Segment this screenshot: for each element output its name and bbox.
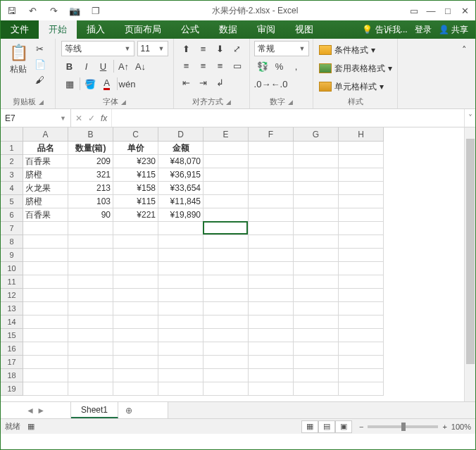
cell-A13[interactable]	[23, 302, 68, 315]
align-dialog-icon[interactable]: ◢	[226, 99, 231, 106]
comma-icon[interactable]: ,	[288, 58, 305, 74]
phonetic-icon[interactable]: wén	[119, 76, 136, 92]
copy-icon[interactable]: 📄	[32, 56, 49, 72]
normal-view-icon[interactable]: ▦	[301, 420, 318, 433]
cell-E5[interactable]	[203, 195, 249, 208]
ribbon-display-icon[interactable]: ▭	[406, 3, 422, 18]
sheet-tab-sheet1[interactable]: Sheet1	[71, 402, 118, 418]
cell-F15[interactable]	[249, 329, 294, 342]
cell-E13[interactable]	[203, 302, 249, 315]
cell-H1[interactable]	[339, 142, 384, 155]
align-center-icon[interactable]: ≡	[195, 58, 212, 73]
cell-B16[interactable]	[68, 342, 113, 356]
align-middle-icon[interactable]: ≡	[195, 41, 212, 56]
cell-A17[interactable]	[23, 356, 68, 369]
cell-A9[interactable]	[23, 249, 68, 262]
close-icon[interactable]: ✕	[457, 3, 472, 18]
tab-file[interactable]: 文件	[1, 20, 39, 39]
cell-H6[interactable]	[339, 208, 384, 222]
row-header-5[interactable]: 5	[1, 195, 23, 208]
cell-F16[interactable]	[249, 342, 294, 356]
cell-H3[interactable]	[339, 168, 384, 182]
cell-D4[interactable]: ¥33,654	[158, 182, 203, 195]
cell-F14[interactable]	[249, 315, 294, 329]
align-left-icon[interactable]: ≡	[178, 58, 195, 73]
col-header-C[interactable]: C	[113, 127, 158, 142]
cell-H18[interactable]	[339, 369, 384, 382]
cell-E18[interactable]	[203, 369, 249, 382]
row-header-10[interactable]: 10	[1, 262, 23, 275]
cell-D8[interactable]	[158, 235, 203, 249]
cell-B18[interactable]	[68, 369, 113, 382]
cell-C5[interactable]: ¥115	[113, 195, 158, 208]
window-layout-icon[interactable]: ❐	[88, 3, 104, 18]
cell-G12[interactable]	[294, 289, 339, 302]
cell-H15[interactable]	[339, 329, 384, 342]
cell-F4[interactable]	[249, 182, 294, 195]
clipboard-dialog-icon[interactable]: ◢	[39, 99, 44, 106]
row-header-15[interactable]: 15	[1, 329, 23, 342]
cell-D5[interactable]: ¥11,845	[158, 195, 203, 208]
row-header-4[interactable]: 4	[1, 182, 23, 195]
cell-E3[interactable]	[203, 168, 249, 182]
tab-formulas[interactable]: 公式	[171, 20, 209, 39]
cell-A16[interactable]	[23, 342, 68, 356]
sign-in[interactable]: 登录	[415, 24, 432, 36]
cell-A2[interactable]: 百香果	[23, 155, 68, 168]
cell-D15[interactable]	[158, 329, 203, 342]
cell-D7[interactable]	[158, 222, 203, 235]
tab-data[interactable]: 数据	[209, 20, 247, 39]
cell-H14[interactable]	[339, 315, 384, 329]
col-header-D[interactable]: D	[158, 127, 203, 142]
cell-G7[interactable]	[294, 222, 339, 235]
cell-B8[interactable]	[68, 235, 113, 249]
cell-E10[interactable]	[203, 262, 249, 275]
cell-H2[interactable]	[339, 155, 384, 168]
cell-F5[interactable]	[249, 195, 294, 208]
cell-E14[interactable]	[203, 315, 249, 329]
cell-D18[interactable]	[158, 369, 203, 382]
cell-C16[interactable]	[113, 342, 158, 356]
font-dialog-icon[interactable]: ◢	[121, 99, 126, 106]
row-header-13[interactable]: 13	[1, 302, 23, 315]
cell-G1[interactable]	[294, 142, 339, 155]
zoom-level[interactable]: 100%	[451, 423, 471, 431]
select-all-corner[interactable]	[1, 127, 23, 142]
cell-D3[interactable]: ¥36,915	[158, 168, 203, 182]
cell-E15[interactable]	[203, 329, 249, 342]
align-top-icon[interactable]: ⬆	[178, 41, 195, 56]
wrap-text-icon[interactable]: ↲	[212, 75, 229, 90]
cell-F17[interactable]	[249, 356, 294, 369]
italic-button[interactable]: I	[78, 58, 95, 74]
col-header-A[interactable]: A	[23, 127, 68, 142]
cell-G19[interactable]	[294, 382, 339, 396]
tell-me[interactable]: 💡 告诉我...	[362, 24, 407, 36]
col-header-B[interactable]: B	[68, 127, 113, 142]
cell-E11[interactable]	[203, 275, 249, 289]
cell-F13[interactable]	[249, 302, 294, 315]
cell-C13[interactable]	[113, 302, 158, 315]
cell-D12[interactable]	[158, 289, 203, 302]
name-box[interactable]: E7▼	[1, 109, 71, 127]
cell-C8[interactable]	[113, 235, 158, 249]
align-right-icon[interactable]: ≡	[212, 58, 229, 73]
camera-icon[interactable]: 📷	[67, 3, 82, 18]
cell-F19[interactable]	[249, 382, 294, 396]
cell-A14[interactable]	[23, 315, 68, 329]
row-header-19[interactable]: 19	[1, 382, 23, 396]
row-header-2[interactable]: 2	[1, 155, 23, 168]
cell-B15[interactable]	[68, 329, 113, 342]
cell-C9[interactable]	[113, 249, 158, 262]
cells-region[interactable]: 品名数量(箱)单价金额百香果209¥230¥48,070脐橙321¥115¥36…	[23, 142, 384, 396]
cell-H10[interactable]	[339, 262, 384, 275]
add-sheet-icon[interactable]: ⊕	[118, 402, 139, 418]
cell-C14[interactable]	[113, 315, 158, 329]
cell-D13[interactable]	[158, 302, 203, 315]
cell-G3[interactable]	[294, 168, 339, 182]
tab-review[interactable]: 审阅	[247, 20, 285, 39]
cell-E4[interactable]	[203, 182, 249, 195]
cell-G2[interactable]	[294, 155, 339, 168]
cell-A10[interactable]	[23, 262, 68, 275]
cell-H8[interactable]	[339, 235, 384, 249]
cell-A12[interactable]	[23, 289, 68, 302]
